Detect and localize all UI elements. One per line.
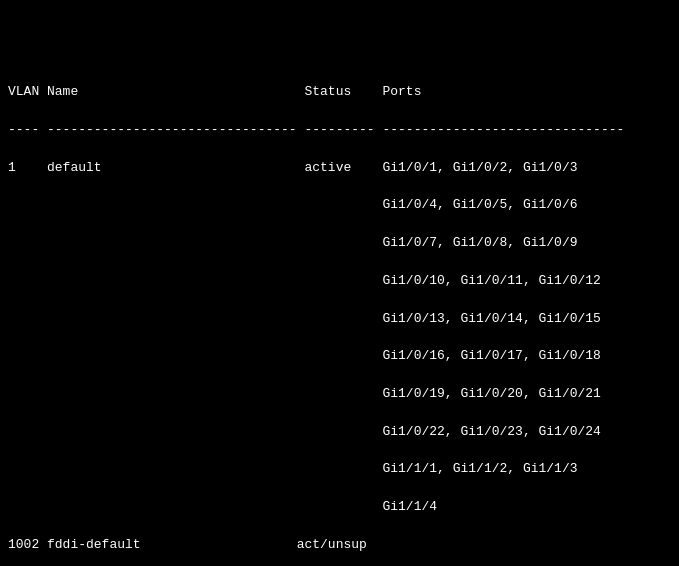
vlan1002-row: 1002 fddi-default act/unsup: [8, 537, 367, 552]
vlan1-row-f: Gi1/0/16, Gi1/0/17, Gi1/0/18: [8, 348, 601, 363]
vlan1-row-d: Gi1/0/10, Gi1/0/11, Gi1/0/12: [8, 273, 601, 288]
divider1: ---- -------------------------------- --…: [8, 122, 624, 137]
vlan1-row-i: Gi1/1/1, Gi1/1/2, Gi1/1/3: [8, 461, 578, 476]
vlan1-row-j: Gi1/1/4: [8, 499, 437, 514]
vlan1-row-b: Gi1/0/4, Gi1/0/5, Gi1/0/6: [8, 197, 578, 212]
vlan1-row-e: Gi1/0/13, Gi1/0/14, Gi1/0/15: [8, 311, 601, 326]
vlan1-row-h: Gi1/0/22, Gi1/0/23, Gi1/0/24: [8, 424, 601, 439]
vlan1-row-c: Gi1/0/7, Gi1/0/8, Gi1/0/9: [8, 235, 578, 250]
vlan-header: VLAN Name Status Ports: [8, 84, 421, 99]
vlan1-row-a: 1 default active Gi1/0/1, Gi1/0/2, Gi1/0…: [8, 160, 578, 175]
vlan1-row-g: Gi1/0/19, Gi1/0/20, Gi1/0/21: [8, 386, 601, 401]
terminal-output: VLAN Name Status Ports ---- ------------…: [8, 8, 671, 566]
